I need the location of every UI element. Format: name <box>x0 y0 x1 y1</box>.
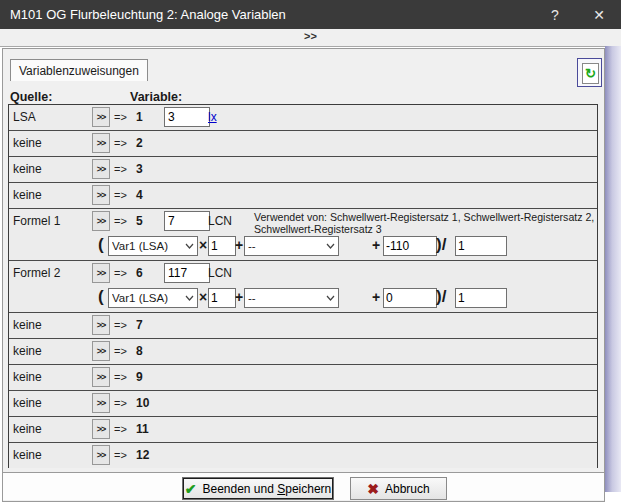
close-button[interactable]: ✕ <box>577 7 621 23</box>
formula-factor-input[interactable] <box>208 236 236 256</box>
forward-button[interactable]: >> <box>92 263 110 283</box>
chevrons-right-icon: >> <box>97 190 106 200</box>
variable-value-input[interactable] <box>164 107 210 127</box>
assign-arrow: => <box>114 163 127 175</box>
variable-number: 11 <box>136 422 149 436</box>
table-row: keine >> => 3 <box>9 157 597 183</box>
chevrons-right-icon: >> <box>97 346 106 356</box>
footer: ✔ Beenden und Speichern ✖ Abbruch <box>3 473 604 500</box>
unit-label: LCN <box>208 214 232 228</box>
chevrons-right-icon: >> <box>97 138 106 148</box>
table-row: keine >> => 11 <box>9 417 597 443</box>
forward-button[interactable]: >> <box>92 133 110 153</box>
variable-number: 1 <box>136 110 143 124</box>
assign-arrow: => <box>114 267 127 279</box>
table-row: keine >> => 8 <box>9 339 597 365</box>
table-row: keine >> => 9 <box>9 365 597 391</box>
source-label: keine <box>13 370 42 384</box>
chevrons-right-icon: >> <box>97 112 106 122</box>
variable-number: 6 <box>136 266 143 280</box>
chevrons-right-icon: >> <box>97 268 106 278</box>
table-row: Formel 2 >> => 6 LCN ( Var1 (LSA) × + <box>9 261 597 313</box>
assign-arrow: => <box>114 137 127 149</box>
cancel-button[interactable]: ✖ Abbruch <box>350 477 447 500</box>
variable-value-input[interactable] <box>164 211 210 231</box>
assign-arrow: => <box>114 397 127 409</box>
forward-button[interactable]: >> <box>92 315 110 335</box>
variable-number: 10 <box>136 396 149 410</box>
titlebar: M101 OG Flurbeleuchtung 2: Analoge Varia… <box>0 0 621 29</box>
chevron-down-icon <box>185 243 194 249</box>
table-row: keine >> => 4 <box>9 183 597 209</box>
source-label: keine <box>13 188 42 202</box>
refresh-button[interactable]: ↻ <box>577 58 602 87</box>
refresh-document-icon: ↻ <box>582 63 599 84</box>
forward-button[interactable]: >> <box>92 419 110 439</box>
open-paren: ( <box>98 287 104 307</box>
source-label: keine <box>13 136 42 150</box>
variable-number: 5 <box>136 214 143 228</box>
unit-link[interactable]: lx <box>208 110 217 124</box>
plus-sign: + <box>372 237 380 253</box>
check-icon: ✔ <box>185 481 197 497</box>
table-row: Formel 1 >> => 5 LCN Verwendet von: Schw… <box>9 209 597 261</box>
forward-button[interactable]: >> <box>92 367 110 387</box>
variable-number: 9 <box>136 370 143 384</box>
unit-label: LCN <box>208 266 232 280</box>
table-row: keine >> => 7 <box>9 313 597 339</box>
source-label: keine <box>13 318 42 332</box>
variable-number: 4 <box>136 188 143 202</box>
formula-offset-input[interactable] <box>383 236 437 256</box>
chevrons-right-icon: >> <box>97 398 106 408</box>
chevron-down-icon <box>326 243 335 249</box>
assign-arrow: => <box>114 345 127 357</box>
variable-number: 8 <box>136 344 143 358</box>
column-header-source: Quelle: <box>10 90 52 104</box>
chevrons-right-icon: >> <box>97 216 106 226</box>
formula-variable2-select[interactable]: -- <box>244 288 339 308</box>
formula-factor-input[interactable] <box>208 288 236 308</box>
save-button[interactable]: ✔ Beenden und Speichern <box>182 477 334 500</box>
plus-sign: + <box>235 237 243 253</box>
tab-variablenzuweisungen[interactable]: Variablenzuweisungen <box>10 59 148 81</box>
forward-button[interactable]: >> <box>92 341 110 361</box>
expander-bar[interactable]: >> <box>0 29 621 47</box>
plus-sign: + <box>235 289 243 305</box>
chevrons-right-icon: >> <box>97 320 106 330</box>
variable-value-input[interactable] <box>164 263 210 283</box>
source-label: keine <box>13 344 42 358</box>
assign-arrow: => <box>114 189 127 201</box>
main-panel: Variablenzuweisungen ↻ Quelle: Variable:… <box>2 48 605 502</box>
formula-divisor-input[interactable] <box>455 236 507 256</box>
forward-button[interactable]: >> <box>92 159 110 179</box>
forward-button[interactable]: >> <box>92 211 110 231</box>
help-button[interactable]: ? <box>533 7 577 23</box>
source-label: Formel 1 <box>13 214 60 228</box>
formula-variable1-select[interactable]: Var1 (LSA) <box>108 288 198 308</box>
forward-button[interactable]: >> <box>92 185 110 205</box>
chevrons-right-icon: >> <box>97 372 106 382</box>
column-header-variable: Variable: <box>130 90 182 104</box>
source-label: keine <box>13 448 42 462</box>
forward-button[interactable]: >> <box>92 107 110 127</box>
source-label: LSA <box>13 110 36 124</box>
chevron-down-icon <box>326 295 335 301</box>
forward-button[interactable]: >> <box>92 445 110 465</box>
background-edge <box>605 46 621 492</box>
source-label: keine <box>13 422 42 436</box>
assign-arrow: => <box>114 111 127 123</box>
source-label: keine <box>13 162 42 176</box>
forward-button[interactable]: >> <box>92 393 110 413</box>
formula-divisor-input[interactable] <box>455 288 507 308</box>
source-label: keine <box>13 396 42 410</box>
open-paren: ( <box>98 235 104 255</box>
variable-number: 3 <box>136 162 143 176</box>
formula-offset-input[interactable] <box>383 288 437 308</box>
variable-number: 12 <box>136 448 149 462</box>
chevrons-right-icon: >> <box>97 164 106 174</box>
formula-row: ( Var1 (LSA) × + -- + )/ <box>9 234 597 260</box>
chevrons-right-icon: >> <box>97 424 106 434</box>
formula-variable1-select[interactable]: Var1 (LSA) <box>108 236 198 256</box>
multiply-sign: × <box>199 237 207 253</box>
formula-variable2-select[interactable]: -- <box>244 236 339 256</box>
